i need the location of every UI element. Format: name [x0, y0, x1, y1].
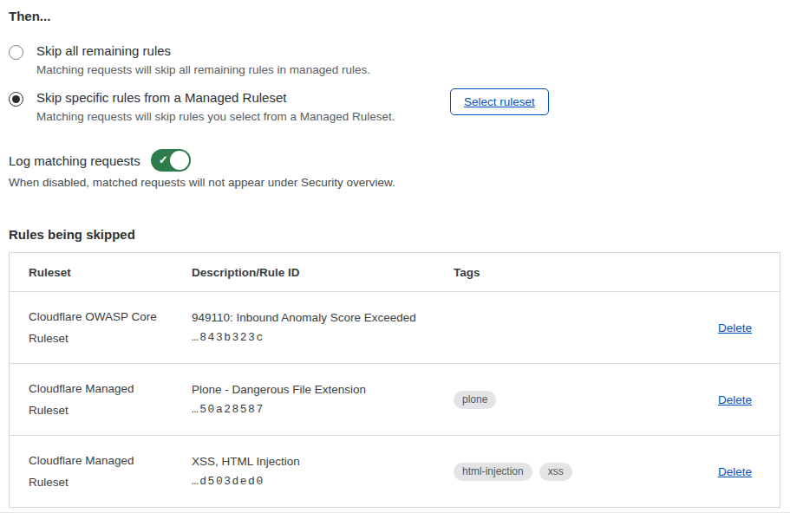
- rule-tags: plone: [454, 391, 656, 409]
- option-skip-specific-rules[interactable]: Skip specific rules from a Managed Rules…: [9, 90, 395, 123]
- option-skip-all-rules[interactable]: Skip all remaining rules Matching reques…: [9, 43, 370, 76]
- ruleset-name: Cloudflare Managed Ruleset: [29, 450, 192, 493]
- column-header-description: Description/Rule ID: [192, 266, 454, 279]
- table-row: Cloudflare Managed Ruleset Plone - Dange…: [10, 363, 780, 435]
- ruleset-name: Cloudflare OWASP Core Ruleset: [29, 306, 192, 349]
- column-header-tags: Tags: [454, 266, 656, 279]
- delete-rule-link[interactable]: Delete: [718, 465, 752, 478]
- rule-description: XSS, HTML Injection: [192, 455, 440, 468]
- select-ruleset-button[interactable]: Select ruleset: [450, 88, 549, 115]
- delete-rule-link[interactable]: Delete: [718, 321, 752, 334]
- option-skip-all-label[interactable]: Skip all remaining rules: [36, 43, 370, 58]
- option-skip-all-description: Matching requests will skip all remainin…: [36, 63, 370, 76]
- rules-being-skipped-heading: Rules being skipped: [9, 227, 135, 242]
- log-matching-requests-label: Log matching requests: [9, 153, 140, 168]
- rule-description: 949110: Inbound Anomaly Score Exceeded: [192, 311, 440, 324]
- log-matching-requests-row: Log matching requests ✓: [9, 149, 191, 172]
- section-divider: [0, 512, 790, 513]
- table-row: Cloudflare Managed Ruleset XSS, HTML Inj…: [10, 435, 780, 507]
- rule-description: Plone - Dangerous File Extension: [192, 383, 440, 396]
- tag-pill: xss: [539, 463, 572, 481]
- rule-id: …d503ded0: [192, 475, 440, 488]
- tag-pill: plone: [454, 391, 496, 409]
- waf-rule-config-panel: Then... Skip all remaining rules Matchin…: [0, 0, 790, 532]
- radio-selected-icon[interactable]: [9, 92, 23, 107]
- rule-id: …50a28587: [192, 403, 440, 416]
- toggle-knob: [170, 151, 189, 170]
- rule-tags: html-injection xss: [454, 463, 656, 481]
- tag-pill: html-injection: [454, 463, 532, 481]
- option-skip-specific-label[interactable]: Skip specific rules from a Managed Rules…: [36, 90, 395, 105]
- ruleset-name: Cloudflare Managed Ruleset: [29, 378, 192, 421]
- table-row: Cloudflare OWASP Core Ruleset 949110: In…: [10, 291, 780, 363]
- log-toggle-switch[interactable]: ✓: [151, 149, 191, 172]
- log-toggle-help-text: When disabled, matched requests will not…: [9, 176, 395, 189]
- delete-rule-link[interactable]: Delete: [718, 393, 752, 406]
- rule-id: …843b323c: [192, 331, 440, 344]
- radio-unselected-icon[interactable]: [9, 45, 23, 60]
- table-header-row: Ruleset Description/Rule ID Tags: [10, 253, 780, 291]
- option-skip-specific-description: Matching requests will skip rules you se…: [36, 110, 395, 123]
- rules-skipped-table: Ruleset Description/Rule ID Tags Cloudfl…: [9, 252, 780, 508]
- check-icon: ✓: [159, 154, 168, 165]
- column-header-ruleset: Ruleset: [29, 266, 192, 279]
- then-heading: Then...: [9, 9, 50, 23]
